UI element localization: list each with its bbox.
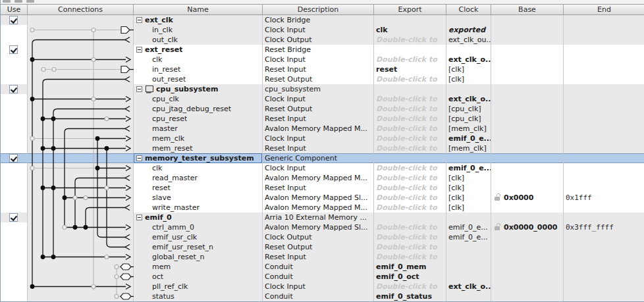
base-cell[interactable] — [491, 124, 564, 134]
clock-value[interactable]: [clk] — [448, 65, 464, 74]
name-cell[interactable]: in_clk — [134, 25, 263, 35]
base-cell[interactable] — [491, 173, 564, 183]
column-header-base[interactable]: Base — [491, 5, 564, 14]
connections-cell[interactable] — [28, 291, 134, 301]
name-cell[interactable]: reset — [134, 183, 263, 193]
port-row[interactable]: emif_usr_reset_nReset OutputDouble-click… — [1, 242, 644, 252]
clock-value[interactable]: ext_clk_o... — [448, 55, 491, 64]
name-cell[interactable]: mem_reset — [134, 143, 263, 153]
connections-cell[interactable] — [28, 242, 134, 252]
column-header-name[interactable]: Name — [134, 5, 263, 14]
connections-cell[interactable] — [28, 262, 134, 272]
name-cell[interactable]: read_master — [134, 173, 263, 183]
base-cell[interactable] — [491, 15, 564, 25]
export-placeholder[interactable]: Double-click to — [376, 203, 437, 212]
clock-value[interactable]: emif_0_e... — [448, 134, 491, 143]
clock-cell[interactable]: [clk] — [446, 183, 491, 193]
base-cell[interactable] — [491, 114, 564, 124]
connections-cell[interactable] — [28, 55, 134, 64]
toolbar-button-icon[interactable] — [14, 0, 22, 3]
export-placeholder[interactable]: Double-click to — [376, 95, 437, 103]
base-cell[interactable] — [491, 232, 564, 242]
export-placeholder[interactable]: Double-click to — [376, 164, 437, 172]
clock-cell[interactable]: [cpu_clk] — [446, 114, 491, 124]
export-placeholder[interactable]: Double-click to — [376, 193, 437, 202]
connections-cell[interactable] — [28, 213, 134, 222]
export-cell[interactable]: Double-click to — [374, 35, 446, 45]
name-cell[interactable]: cpu_subsystem — [134, 84, 263, 94]
export-cell[interactable]: Double-click to — [374, 94, 446, 104]
clock-cell[interactable] — [446, 213, 491, 222]
component-row[interactable]: memory_tester_subsystemGeneric Component — [1, 153, 644, 163]
collapse-minus-icon[interactable] — [136, 47, 142, 53]
name-cell[interactable]: master — [134, 124, 263, 134]
lock-icon[interactable] — [495, 226, 500, 230]
clock-cell[interactable]: [clk] — [446, 74, 491, 84]
name-cell[interactable]: in_reset — [134, 64, 263, 74]
clock-cell[interactable]: emif_0_e... — [446, 232, 491, 242]
export-cell[interactable]: Double-click to — [374, 252, 446, 262]
collapse-minus-icon[interactable] — [136, 214, 142, 220]
clock-cell[interactable] — [446, 262, 491, 272]
clock-cell[interactable]: ext_clk_o... — [446, 282, 491, 291]
column-header-description[interactable]: Description — [263, 5, 374, 14]
export-placeholder[interactable]: Double-click to — [376, 124, 437, 133]
connections-cell[interactable] — [28, 163, 134, 173]
export-cell[interactable] — [374, 84, 446, 94]
export-cell[interactable] — [374, 213, 446, 222]
name-cell[interactable]: out_clk — [134, 35, 263, 45]
export-cell[interactable]: Double-click to — [374, 55, 446, 64]
port-row[interactable]: mem_clkClock InputDouble-click toemif_0_… — [1, 134, 644, 143]
clock-cell[interactable] — [446, 45, 491, 55]
export-cell[interactable]: Double-click to — [374, 183, 446, 193]
export-placeholder[interactable]: Double-click to — [376, 184, 437, 192]
clock-value[interactable]: [clk] — [448, 193, 464, 202]
connections-cell[interactable] — [28, 282, 134, 291]
clock-value[interactable]: [cpu_clk] — [448, 114, 481, 123]
base-cell[interactable] — [491, 163, 564, 173]
name-cell[interactable]: ctrl_amm_0 — [134, 222, 263, 232]
connections-cell[interactable] — [28, 64, 134, 74]
clock-cell[interactable]: emif_0_e... — [446, 222, 491, 232]
use-checkbox[interactable] — [9, 85, 18, 93]
component-row[interactable]: ext_resetReset Bridge — [1, 45, 644, 55]
clock-cell[interactable]: ext_clk_o... — [446, 94, 491, 104]
export-value[interactable]: emif_0_status — [376, 292, 432, 301]
export-cell[interactable]: Double-click to — [374, 134, 446, 143]
port-row[interactable]: resetReset InputDouble-click to[clk] — [1, 183, 644, 193]
port-row[interactable]: global_reset_nReset InputDouble-click to — [1, 252, 644, 262]
export-cell[interactable]: Double-click to — [374, 242, 446, 252]
base-cell[interactable] — [491, 64, 564, 74]
name-cell[interactable]: pll_ref_clk — [134, 282, 263, 291]
base-cell[interactable] — [491, 74, 564, 84]
export-cell[interactable] — [374, 153, 446, 163]
clock-cell[interactable] — [446, 15, 491, 25]
clock-value[interactable]: emif_0_e... — [448, 223, 488, 232]
port-row[interactable]: out_clkClock OutputDouble-click toext_cl… — [1, 35, 644, 45]
clock-cell[interactable]: [mem_clk] — [446, 143, 491, 153]
clock-value[interactable]: exported — [448, 26, 485, 34]
export-value[interactable]: reset — [376, 65, 397, 74]
base-cell[interactable] — [491, 242, 564, 252]
export-placeholder[interactable]: Double-click to — [376, 36, 437, 44]
export-cell[interactable]: Double-click to — [374, 222, 446, 232]
clock-value[interactable]: [clk] — [448, 203, 464, 212]
clock-cell[interactable]: [clk] — [446, 193, 491, 203]
connections-cell[interactable] — [28, 45, 134, 55]
export-cell[interactable]: Double-click to — [374, 143, 446, 153]
name-cell[interactable]: memory_tester_subsystem — [134, 153, 263, 163]
name-cell[interactable]: emif_0 — [134, 213, 263, 222]
port-row[interactable]: pll_ref_clkClock InputDouble-click toext… — [1, 282, 644, 291]
export-cell[interactable]: Double-click to — [374, 74, 446, 84]
column-header-connections[interactable]: Connections — [28, 5, 134, 14]
export-value[interactable]: emif_0_oct — [376, 272, 419, 281]
clock-cell[interactable] — [446, 84, 491, 94]
port-row[interactable]: in_resetReset Inputreset[clk] — [1, 64, 644, 74]
collapse-minus-icon[interactable] — [136, 17, 142, 23]
base-cell[interactable] — [491, 35, 564, 45]
name-cell[interactable]: global_reset_n — [134, 252, 263, 262]
toolbar-button-icon[interactable] — [3, 0, 11, 3]
port-row[interactable]: cpu_jtag_debug_resetReset OutputDouble-c… — [1, 104, 644, 114]
clock-cell[interactable] — [446, 291, 491, 301]
export-placeholder[interactable]: Double-click to — [376, 105, 437, 113]
